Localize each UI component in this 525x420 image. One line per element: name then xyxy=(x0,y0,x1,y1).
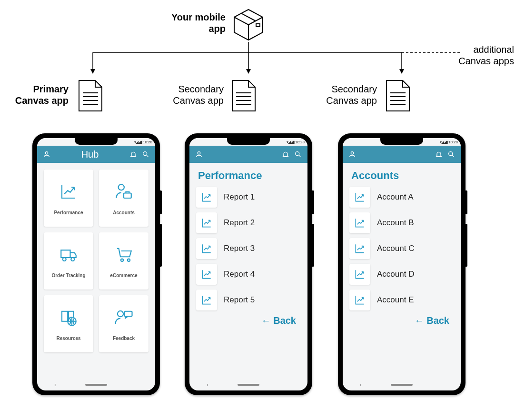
account-label: Account E xyxy=(377,295,414,305)
chart-icon xyxy=(196,238,217,259)
account-label: Account D xyxy=(377,270,414,279)
account-item[interactable]: Account E xyxy=(349,290,454,310)
account-label: Account C xyxy=(377,244,414,253)
svg-point-39 xyxy=(449,152,453,156)
report-label: Report 2 xyxy=(224,218,255,228)
tile-performance[interactable]: Performance xyxy=(44,170,93,227)
chart-icon xyxy=(196,264,217,285)
account-item[interactable]: Account C xyxy=(349,238,454,259)
document-icon xyxy=(76,79,105,116)
app-header xyxy=(343,146,461,163)
chart-icon xyxy=(196,187,217,208)
document-icon xyxy=(384,79,412,116)
tile-order-tracking[interactable]: Order Tracking xyxy=(44,232,93,290)
tile-feedback[interactable]: Feedback xyxy=(99,295,149,352)
phone-notch xyxy=(380,138,423,145)
svg-rect-34 xyxy=(125,311,132,316)
svg-rect-26 xyxy=(124,193,131,198)
secondary-canvas-label-1: SecondaryCanvas app xyxy=(157,83,224,106)
chart-icon xyxy=(349,264,370,285)
nav-back-icon[interactable]: ‹ xyxy=(207,381,208,388)
nav-bar: ‹ xyxy=(343,379,461,390)
nav-bar: ‹ xyxy=(37,379,155,390)
nav-home-pill[interactable] xyxy=(238,384,259,386)
svg-point-22 xyxy=(45,152,48,154)
chart-icon xyxy=(349,238,370,259)
account-label: Account A xyxy=(377,192,414,202)
report-item[interactable]: Report 1 xyxy=(196,187,301,208)
primary-canvas-label: PrimaryCanvas app xyxy=(0,83,69,106)
chart-icon xyxy=(349,187,370,208)
user-icon[interactable] xyxy=(195,150,203,158)
report-item[interactable]: Report 3 xyxy=(196,238,301,259)
svg-point-28 xyxy=(63,258,66,261)
nav-home-pill[interactable] xyxy=(391,384,413,386)
tile-resources[interactable]: Resources xyxy=(44,295,93,352)
report-label: Report 3 xyxy=(224,244,255,253)
report-label: Report 1 xyxy=(224,192,255,202)
svg-rect-27 xyxy=(61,250,70,258)
svg-point-31 xyxy=(128,259,130,261)
svg-point-25 xyxy=(119,184,124,190)
app-header xyxy=(189,146,307,163)
document-icon xyxy=(229,79,258,116)
chart-icon xyxy=(59,181,79,201)
phone-notch xyxy=(75,138,118,145)
header-title: Hub xyxy=(50,149,129,160)
tile-accounts[interactable]: Accounts xyxy=(99,170,149,227)
report-item[interactable]: Report 5 xyxy=(196,290,301,310)
phone-secondary-accounts: ▾◢◢▮10:28 Accounts Account AAccount BAcc… xyxy=(338,133,466,395)
cart-icon xyxy=(114,244,134,264)
bell-icon[interactable] xyxy=(282,150,289,158)
hub-grid: Performance Accounts Order Tracking eCom… xyxy=(44,170,149,352)
nav-bar: ‹ xyxy=(189,379,307,390)
phone-primary: ▾◢◢▮10:28 Hub Performance xyxy=(32,133,160,395)
reports-list: Report 1Report 2Report 3Report 4Report 5 xyxy=(196,187,301,310)
user-icon[interactable] xyxy=(43,150,50,158)
section-title: Performance xyxy=(196,170,301,182)
app-header: Hub xyxy=(37,146,155,163)
nav-back-icon[interactable]: ‹ xyxy=(54,381,56,388)
phone-notch xyxy=(227,138,270,145)
search-icon[interactable] xyxy=(294,150,302,158)
svg-marker-8 xyxy=(246,69,251,74)
truck-icon xyxy=(59,244,79,264)
chart-icon xyxy=(349,290,370,310)
svg-point-38 xyxy=(351,152,353,154)
back-link[interactable]: ← Back xyxy=(349,315,454,326)
svg-marker-9 xyxy=(399,69,404,74)
search-icon[interactable] xyxy=(447,150,455,158)
person-briefcase-icon xyxy=(114,181,134,201)
account-item[interactable]: Account D xyxy=(349,264,454,285)
report-item[interactable]: Report 2 xyxy=(196,212,301,233)
report-label: Report 4 xyxy=(224,270,255,279)
svg-marker-7 xyxy=(90,69,95,74)
person-chat-icon xyxy=(114,307,134,327)
user-icon[interactable] xyxy=(348,150,356,158)
account-item[interactable]: Account A xyxy=(349,187,454,208)
secondary-canvas-label-2: SecondaryCanvas app xyxy=(310,83,377,106)
tile-ecommerce[interactable]: eCommerce xyxy=(99,232,149,290)
report-label: Report 5 xyxy=(224,295,255,305)
additional-apps-label: additionalCanvas apps xyxy=(457,44,514,67)
svg-point-23 xyxy=(143,152,147,156)
chart-icon xyxy=(196,290,217,310)
svg-point-30 xyxy=(121,259,123,261)
svg-point-35 xyxy=(198,152,200,154)
phone-secondary-performance: ▾◢◢▮10:28 Performance Report 1Report 2Re… xyxy=(185,133,312,395)
search-icon[interactable] xyxy=(142,150,149,158)
account-label: Account B xyxy=(377,218,414,228)
bell-icon[interactable] xyxy=(129,150,137,158)
back-link[interactable]: ← Back xyxy=(196,315,301,326)
book-globe-icon xyxy=(59,307,79,327)
chart-icon xyxy=(196,212,217,233)
svg-point-33 xyxy=(118,310,123,316)
nav-back-icon[interactable]: ‹ xyxy=(360,381,362,388)
bell-icon[interactable] xyxy=(435,150,443,158)
chart-icon xyxy=(349,212,370,233)
nav-home-pill[interactable] xyxy=(85,384,107,386)
svg-line-37 xyxy=(299,155,300,157)
report-item[interactable]: Report 4 xyxy=(196,264,301,285)
accounts-list: Account AAccount BAccount CAccount DAcco… xyxy=(349,187,454,310)
account-item[interactable]: Account B xyxy=(349,212,454,233)
